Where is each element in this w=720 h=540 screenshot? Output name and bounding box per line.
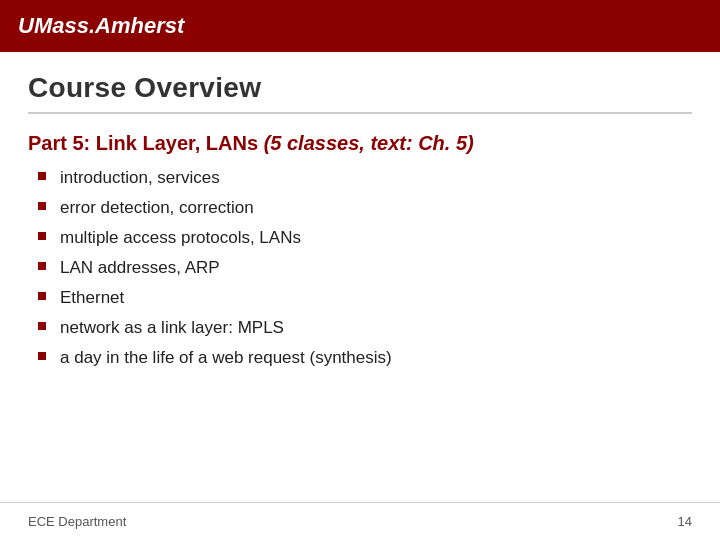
bullet-icon bbox=[38, 352, 46, 360]
list-item-text: LAN addresses, ARP bbox=[60, 257, 220, 280]
slide: UMass.Amherst Course Overview Part 5: Li… bbox=[0, 0, 720, 540]
bullet-icon bbox=[38, 262, 46, 270]
list-item-text: network as a link layer: MPLS bbox=[60, 317, 284, 340]
list-item: error detection, correction bbox=[38, 197, 692, 220]
footer: ECE Department 14 bbox=[0, 502, 720, 540]
content-area: Course Overview Part 5: Link Layer, LANs… bbox=[0, 52, 720, 502]
bullet-icon bbox=[38, 292, 46, 300]
list-item-text: multiple access protocols, LANs bbox=[60, 227, 301, 250]
bullet-icon bbox=[38, 232, 46, 240]
footer-department: ECE Department bbox=[28, 514, 126, 529]
list-item: network as a link layer: MPLS bbox=[38, 317, 692, 340]
bullet-icon bbox=[38, 322, 46, 330]
list-item: LAN addresses, ARP bbox=[38, 257, 692, 280]
bullet-icon bbox=[38, 172, 46, 180]
header-bar: UMass.Amherst bbox=[0, 0, 720, 52]
section-heading: Part 5: Link Layer, LANs (5 classes, tex… bbox=[28, 132, 692, 155]
list-item-text: Ethernet bbox=[60, 287, 124, 310]
bullet-list: introduction, serviceserror detection, c… bbox=[28, 167, 692, 377]
list-item-text: introduction, services bbox=[60, 167, 220, 190]
list-item: introduction, services bbox=[38, 167, 692, 190]
list-item-text: error detection, correction bbox=[60, 197, 254, 220]
section-heading-italic: (5 classes, text: Ch. 5) bbox=[264, 132, 474, 154]
list-item: multiple access protocols, LANs bbox=[38, 227, 692, 250]
list-item: a day in the life of a web request (synt… bbox=[38, 347, 692, 370]
bullet-icon bbox=[38, 202, 46, 210]
list-item-text: a day in the life of a web request (synt… bbox=[60, 347, 392, 370]
university-logo: UMass.Amherst bbox=[18, 13, 184, 39]
slide-title: Course Overview bbox=[28, 72, 692, 104]
footer-page-number: 14 bbox=[678, 514, 692, 529]
section-heading-prefix: Part 5: Link Layer, LANs bbox=[28, 132, 264, 154]
title-divider bbox=[28, 112, 692, 114]
list-item: Ethernet bbox=[38, 287, 692, 310]
